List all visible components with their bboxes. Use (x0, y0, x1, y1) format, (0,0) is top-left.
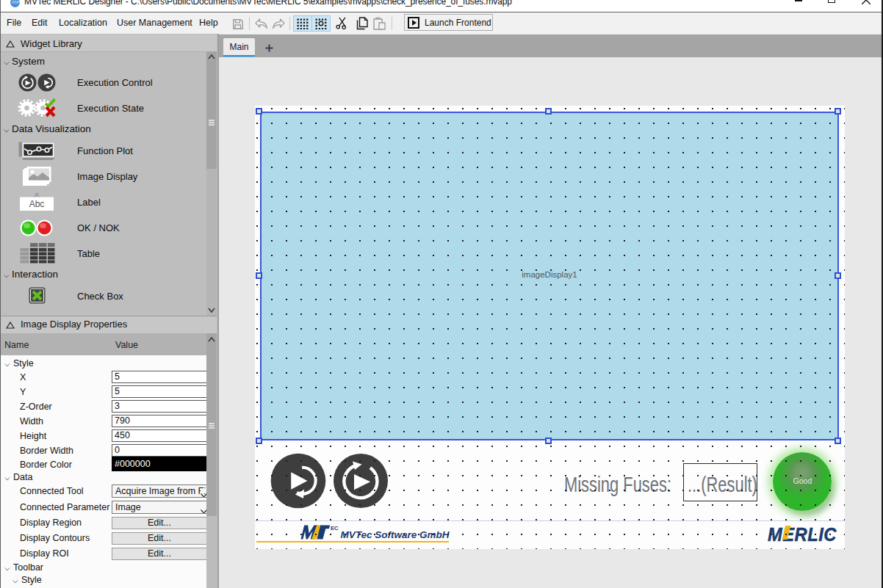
svg-text:Abc: Abc (29, 199, 45, 209)
